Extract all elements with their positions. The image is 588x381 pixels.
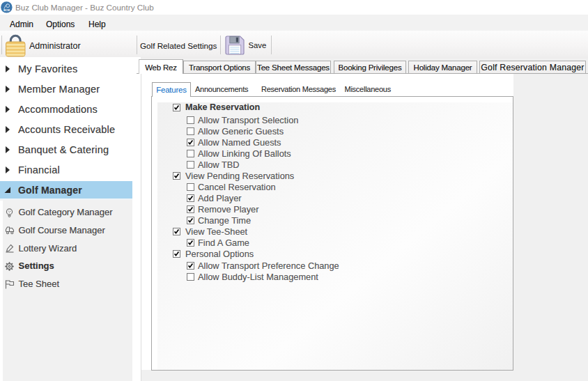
svg-text:BCM: BCM <box>3 9 10 12</box>
